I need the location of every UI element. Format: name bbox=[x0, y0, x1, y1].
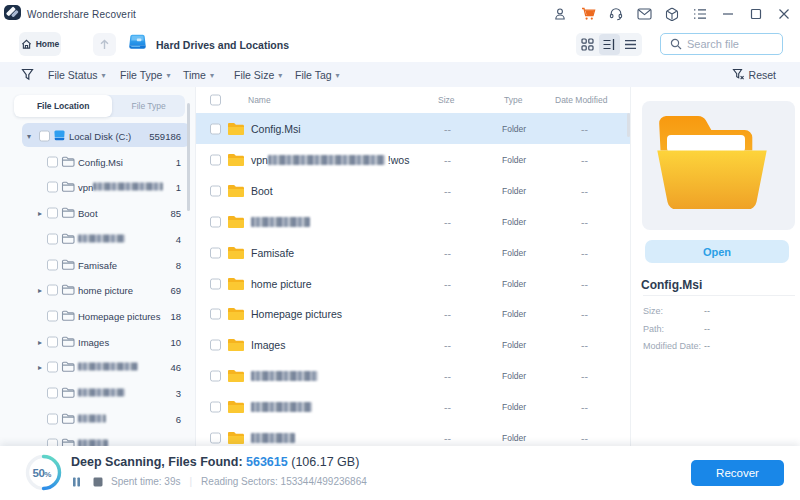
svg-text:50%: 50% bbox=[33, 467, 52, 479]
